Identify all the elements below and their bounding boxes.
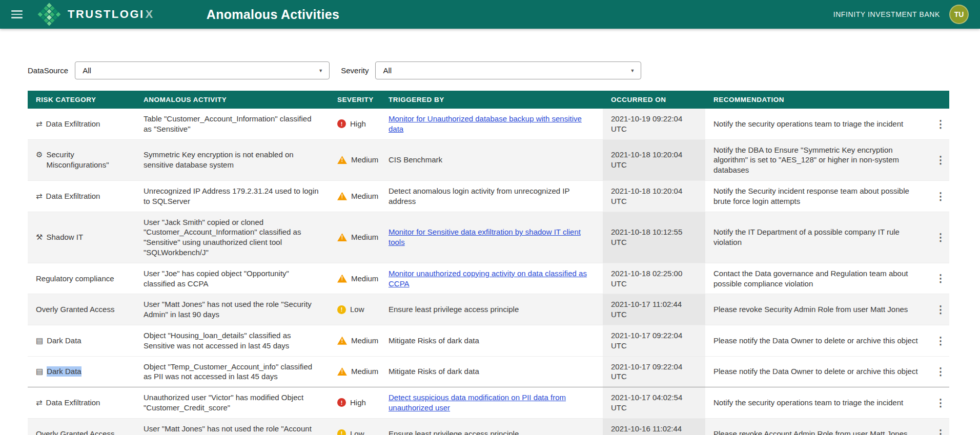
shadow-it-icon: ⚒ (36, 232, 43, 242)
datasource-selected-value: All (83, 66, 91, 75)
table-row[interactable]: Overly Granted Access User "Matt Jones" … (28, 294, 949, 325)
severity-label: Low (350, 304, 364, 315)
risk-category-label: Overly Granted Access (36, 429, 114, 435)
column-header[interactable]: SEVERITY (329, 91, 380, 109)
trustlogix-logo: TRUSTLOGIX (38, 3, 154, 26)
severity-label: Medium (351, 336, 378, 346)
table-row[interactable]: ⚙ Security Misconfigurations" Symmetric … (28, 139, 949, 180)
recommendation-text: Please notify the Data Owner to delete o… (705, 325, 927, 356)
triggered-by-text: Detect anomalous login activity from unr… (389, 187, 569, 205)
triggered-by-text[interactable]: Monitor unauthorized copying activity on… (389, 269, 587, 288)
dark-data-icon: ▤ (36, 336, 43, 346)
severity-icon: ! (337, 233, 347, 241)
logo-diamond-icon (38, 3, 61, 26)
anomalous-activity-text: Symmetric Key encryption is not enabled … (135, 139, 329, 180)
data-exfiltration-icon: ⇄ (36, 191, 43, 201)
severity-label: Low (350, 429, 364, 435)
occurred-on-date: 2021-10-18 10:20:04 (611, 186, 697, 196)
organization-name: INFINITY INVESTMENT BANK (833, 10, 940, 18)
anomalous-activity-text: User "Matt Jones" has not used the role … (135, 418, 329, 435)
column-header[interactable]: RECOMMENDATION (705, 91, 927, 109)
row-kebab-menu-icon[interactable]: ⋮ (927, 418, 949, 435)
row-kebab-menu-icon[interactable]: ⋮ (927, 356, 949, 387)
risk-category-label: Shadow IT (46, 232, 83, 242)
recommendation-text: Please revoke Security Admin Role from u… (705, 294, 927, 325)
table-row[interactable]: ⇄ Data Exfiltration Table "Customer_Acco… (28, 109, 949, 139)
risk-category-label: Security Misconfigurations" (46, 150, 127, 170)
table-header-row: RISK CATEGORYANOMALOUS ACTIVITYSEVERITYT… (28, 91, 949, 109)
severity-icon: ! (337, 156, 347, 164)
column-header[interactable]: ANOMALOUS ACTIVITY (135, 91, 329, 109)
row-kebab-menu-icon[interactable]: ⋮ (927, 325, 949, 356)
datasource-select[interactable]: All ▼ (75, 61, 330, 79)
severity-icon: ! (337, 119, 346, 128)
security-misconfigurations-icon: ⚙ (36, 150, 43, 160)
row-kebab-menu-icon[interactable]: ⋮ (927, 294, 949, 325)
column-header[interactable]: OCCURRED ON (603, 91, 705, 109)
severity-icon: ! (337, 275, 347, 283)
recommendation-text: Notify the security operations team to t… (705, 109, 927, 139)
anomalous-activity-text: User "Jack Smith" copied or cloned "Cust… (135, 212, 329, 263)
user-avatar[interactable]: TU (949, 5, 969, 24)
occurred-on-timezone: UTC (611, 279, 697, 289)
row-kebab-menu-icon[interactable]: ⋮ (927, 109, 949, 139)
recommendation-text: Notify the security operations team to t… (705, 387, 927, 419)
table-row[interactable]: ▤ Dark Data Object "Housing_loan_details… (28, 325, 949, 356)
recommendation-text: Please notify the Data Owner to delete o… (705, 356, 927, 387)
recommendation-text: Notify the DBA to Ensure "Symmetric Key … (705, 139, 927, 180)
chevron-down-icon: ▼ (630, 68, 635, 73)
occurred-on-date: 2021-10-17 09:22:04 (611, 362, 697, 372)
table-row[interactable]: ▤ Dark Data Object "Temp_Customer_Accoun… (28, 356, 949, 387)
occurred-on-timezone: UTC (611, 371, 697, 382)
triggered-by-text: Mitigate Risks of dark data (389, 336, 479, 345)
triggered-by-text: Ensure least privilege access principle (389, 429, 519, 435)
anomalous-activity-text: Object "Temp_Customer_Account_info" clas… (135, 356, 329, 387)
severity-label: Severity (341, 66, 369, 75)
table-row[interactable]: Overly Granted Access User "Matt Jones" … (28, 418, 949, 435)
dark-data-icon: ▤ (36, 366, 43, 377)
table-row[interactable]: ⚒ Shadow IT User "Jack Smith" copied or … (28, 212, 949, 263)
risk-category-label: Data Exfiltration (46, 191, 100, 201)
recommendation-text: Notify the IT Department of a possible c… (705, 212, 927, 263)
occurred-on-date: 2021-10-18 10:12:55 (611, 227, 697, 237)
anomalies-table: RISK CATEGORYANOMALOUS ACTIVITYSEVERITYT… (28, 91, 949, 435)
table-row[interactable]: ⇄ Data Exfiltration Unrecognized IP Addr… (28, 180, 949, 212)
triggered-by-text[interactable]: Detect suspicious data modification on P… (389, 393, 566, 412)
occurred-on-date: 2021-10-17 04:02:54 (611, 392, 697, 403)
recommendation-text: Please revoke Account Admin Role from us… (705, 418, 927, 435)
severity-label: Medium (351, 191, 378, 201)
anomalous-activity-text: User "Matt Jones" has not used the role … (135, 294, 329, 325)
occurred-on-date: 2021-10-17 09:22:04 (611, 330, 697, 341)
risk-category-label: Dark Data (47, 336, 81, 346)
occurred-on-timezone: UTC (611, 237, 697, 247)
occurred-on-date: 2021-10-16 11:02:44 (611, 424, 697, 434)
risk-category-label: Overly Granted Access (36, 304, 114, 315)
severity-icon: ! (337, 337, 347, 345)
occurred-on-date: 2021-10-18 02:25:00 (611, 268, 697, 279)
table-body: ⇄ Data Exfiltration Table "Customer_Acco… (28, 109, 949, 435)
triggered-by-text[interactable]: Monitor for Unauthorized database backup… (389, 114, 582, 133)
row-kebab-menu-icon[interactable]: ⋮ (927, 139, 949, 180)
hamburger-menu-icon[interactable] (11, 10, 23, 18)
row-kebab-menu-icon[interactable]: ⋮ (927, 387, 949, 419)
row-kebab-menu-icon[interactable]: ⋮ (927, 180, 949, 212)
anomalous-activity-text: Table "Customer_Account_Information" cla… (135, 109, 329, 139)
risk-category-label: Regulatory compliance (36, 274, 114, 284)
occurred-on-timezone: UTC (611, 403, 697, 413)
severity-select[interactable]: All ▼ (375, 61, 641, 79)
table-row[interactable]: ⇄ Data Exfiltration Unauthorized user "V… (28, 387, 949, 419)
column-header[interactable]: TRIGGERED BY (380, 91, 603, 109)
column-header[interactable]: RISK CATEGORY (28, 91, 135, 109)
table-row[interactable]: Regulatory compliance User "Joe" has cop… (28, 263, 949, 294)
severity-label: High (350, 119, 366, 129)
row-kebab-menu-icon[interactable]: ⋮ (927, 212, 949, 263)
data-exfiltration-icon: ⇄ (36, 398, 43, 408)
recommendation-text: Contact the Data governance and Regulati… (705, 263, 927, 294)
severity-icon: ! (337, 192, 347, 200)
recommendation-text: Notify the Security incident response te… (705, 180, 927, 212)
triggered-by-text[interactable]: Monitor for Sensitive data exfiltration … (389, 227, 581, 246)
anomalous-activity-text: Unauthorized user "Victor" has modified … (135, 387, 329, 419)
chevron-down-icon: ▼ (318, 68, 323, 73)
severity-label: Medium (351, 155, 378, 165)
row-kebab-menu-icon[interactable]: ⋮ (927, 263, 949, 294)
